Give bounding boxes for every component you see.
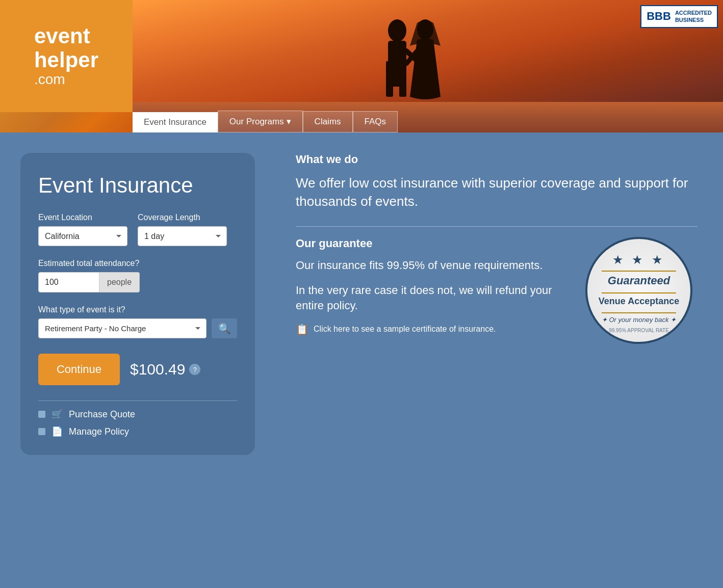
location-label: Event Location: [38, 213, 127, 222]
continue-button[interactable]: Continue: [38, 354, 120, 385]
continue-price-row: Continue $100.49 ?: [38, 354, 237, 385]
event-type-section: What type of event is it? Retirement Par…: [38, 305, 237, 338]
sample-cert-text: Click here to see a sample certificate o…: [314, 325, 496, 334]
main-content: Event Insurance Event Location Californi…: [0, 132, 723, 588]
guarantee-text: Our guarantee Our insurance fits 99.95% …: [296, 237, 570, 335]
attendance-input[interactable]: [38, 272, 99, 292]
people-label: people: [99, 272, 140, 292]
policy-icon: 📄: [51, 426, 63, 437]
logo-text: event helper .com: [34, 24, 98, 87]
price-help-icon[interactable]: ?: [189, 364, 200, 375]
nav-faqs[interactable]: FAQs: [353, 111, 398, 132]
nav-event-insurance[interactable]: Event Insurance: [133, 112, 218, 132]
location-group: Event Location California New York Texas…: [38, 213, 127, 246]
badge-stars: ★ ★ ★: [612, 253, 665, 267]
price-display: $100.49 ?: [130, 361, 200, 378]
svg-rect-2: [386, 61, 393, 97]
guarantee-p2: In the very rare case it does not, we wi…: [296, 283, 570, 314]
bbb-logo: BBB: [647, 10, 671, 23]
attendance-label: Estimated total attendance?: [38, 259, 237, 268]
logo-line2: helper: [34, 48, 98, 72]
location-select[interactable]: California New York Texas Florida: [38, 226, 127, 246]
svg-point-0: [388, 19, 406, 42]
logo-line1: event: [34, 24, 98, 48]
purchase-quote-bullet: [38, 411, 45, 418]
event-type-row: Retirement Party - No Charge Wedding Bir…: [38, 318, 237, 338]
main-nav: Event Insurance Our Programs ▾ Claims FA…: [133, 111, 398, 132]
manage-policy-label: Manage Policy: [69, 426, 129, 437]
coverage-group: Coverage Length 1 day 2 days 3 days 4 da…: [138, 213, 227, 246]
logo-line3: .com: [34, 72, 98, 88]
svg-rect-3: [399, 61, 406, 97]
logo-box[interactable]: event helper .com: [0, 0, 133, 112]
event-type-select[interactable]: Retirement Party - No Charge Wedding Bir…: [38, 318, 206, 338]
what-we-do-title: What we do: [296, 153, 698, 166]
dropdown-chevron-icon: ▾: [287, 116, 291, 127]
badge-circle: ★ ★ ★ Guaranteed Venue Acceptance ✦ Or y…: [585, 237, 692, 344]
guarantee-badge: ★ ★ ★ Guaranteed Venue Acceptance ✦ Or y…: [585, 237, 698, 349]
certificate-icon: 📋: [296, 323, 308, 335]
badge-money-back: ✦ Or your money back ✦: [602, 316, 676, 324]
search-icon: 🔍: [218, 323, 231, 335]
form-divider: [38, 400, 237, 401]
purchase-quote-link[interactable]: 🛒 Purchase Quote: [38, 409, 237, 420]
search-button[interactable]: 🔍: [212, 318, 237, 338]
bbb-text: ACCREDITED BUSINESS: [675, 9, 712, 24]
guarantee-section: Our guarantee Our insurance fits 99.95% …: [296, 237, 698, 349]
coverage-select[interactable]: 1 day 2 days 3 days 4 days: [138, 226, 227, 246]
bbb-accredited: ACCREDITED: [675, 9, 712, 16]
attendance-row: people: [38, 272, 237, 292]
location-coverage-row: Event Location California New York Texas…: [38, 213, 237, 246]
right-divider: [296, 226, 698, 227]
attendance-section: Estimated total attendance? people: [38, 259, 237, 292]
what-we-do-text: We offer low cost insurance with superio…: [296, 174, 698, 211]
cart-icon: 🛒: [51, 409, 63, 420]
manage-policy-bullet: [38, 428, 45, 435]
purchase-quote-label: Purchase Quote: [69, 409, 135, 420]
bbb-badge: BBB ACCREDITED BUSINESS: [640, 5, 718, 28]
nav-claims[interactable]: Claims: [303, 111, 353, 132]
manage-policy-link[interactable]: 📄 Manage Policy: [38, 426, 237, 437]
sample-cert-link[interactable]: 📋 Click here to see a sample certificate…: [296, 323, 570, 335]
guarantee-p1: Our insurance fits 99.95% of venue requi…: [296, 258, 570, 274]
guarantee-title: Our guarantee: [296, 237, 570, 250]
footer-links: 🛒 Purchase Quote 📄 Manage Policy: [38, 409, 237, 437]
event-type-label: What type of event is it?: [38, 305, 237, 314]
badge-venue-acceptance: Venue Acceptance: [599, 296, 679, 307]
bbb-business: BUSINESS: [675, 16, 712, 23]
right-panel: What we do We offer low cost insurance w…: [275, 132, 723, 588]
form-title: Event Insurance: [38, 173, 237, 198]
coverage-label: Coverage Length: [138, 213, 227, 222]
badge-guaranteed: Guaranteed: [608, 274, 670, 287]
form-card: Event Insurance Event Location Californi…: [20, 153, 255, 455]
header: event helper .com BBB ACCREDITED BUSINES…: [0, 0, 723, 132]
nav-our-programs[interactable]: Our Programs ▾: [218, 111, 303, 132]
price-value: $100.49: [130, 361, 185, 378]
badge-approval-rate: 99.95% APPROVAL RATE: [609, 328, 669, 333]
our-programs-label: Our Programs: [229, 117, 284, 127]
left-panel: Event Insurance Event Location Californi…: [0, 132, 275, 588]
